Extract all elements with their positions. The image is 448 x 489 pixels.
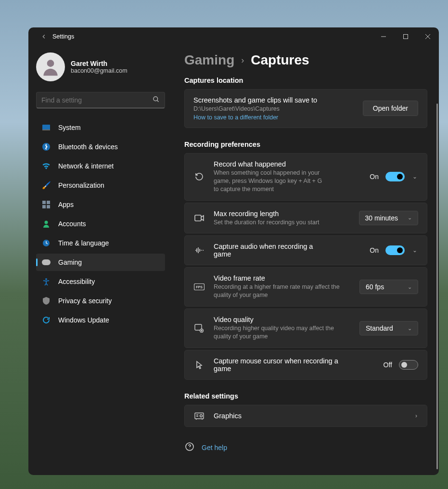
record-what-happened-card: Record what happened When something cool… xyxy=(184,153,427,201)
chevron-right-icon: › xyxy=(241,55,244,65)
titlebar: Settings xyxy=(28,27,439,46)
card-subtitle: Recording at a higher frame rate may aff… xyxy=(214,283,344,299)
svg-rect-13 xyxy=(47,205,50,208)
graphics-link-card[interactable]: Graphics › xyxy=(184,405,427,427)
search-icon xyxy=(153,96,160,105)
open-folder-button[interactable]: Open folder xyxy=(363,101,418,116)
nav-label: Bluetooth & devices xyxy=(58,143,118,151)
user-name: Garet Wirth xyxy=(71,60,128,67)
shield-icon xyxy=(42,296,51,305)
expand-chevron-icon[interactable]: ⌄ xyxy=(411,247,418,254)
svg-rect-11 xyxy=(47,201,50,204)
card-subtitle: Set the duration for recordings you star… xyxy=(214,219,350,227)
nav-label: Windows Update xyxy=(58,316,109,324)
svg-point-14 xyxy=(45,221,48,224)
window-controls xyxy=(372,29,439,44)
person-icon xyxy=(42,219,51,228)
record-happened-toggle[interactable] xyxy=(385,172,405,181)
nav-label: Time & language xyxy=(58,239,109,247)
svg-rect-10 xyxy=(42,201,46,204)
toggle-state: Off xyxy=(384,361,392,369)
video-quality-card: Video quality Recording higher quality v… xyxy=(184,309,427,348)
section-title: Recording preferences xyxy=(184,141,427,148)
related-settings-section: Related settings Graphics › xyxy=(184,392,427,427)
card-subtitle: Recording higher quality video may affec… xyxy=(214,324,339,341)
nav-time-language[interactable]: Time & language xyxy=(36,234,165,252)
card-title: Capture audio when recording a game xyxy=(214,243,315,258)
nav-label: System xyxy=(58,124,81,131)
get-help-link[interactable]: Get help xyxy=(184,439,427,456)
video-frame-rate-card: FPS Video frame rate Recording at a high… xyxy=(184,267,427,307)
captures-location-section: Captures location Screenshots and game c… xyxy=(184,77,427,128)
breadcrumb: Gaming › Captures xyxy=(184,52,427,68)
audio-wave-icon xyxy=(193,246,205,254)
accessibility-icon xyxy=(42,277,51,286)
svg-rect-8 xyxy=(42,129,50,130)
svg-point-17 xyxy=(45,278,47,280)
expand-chevron-icon[interactable]: ⌄ xyxy=(411,173,418,180)
apps-icon xyxy=(42,200,51,209)
select-value: 60 fps xyxy=(366,283,384,291)
nav-label: Gaming xyxy=(58,258,82,266)
nav-system[interactable]: System xyxy=(36,119,165,136)
scrollbar-thumb[interactable] xyxy=(436,103,438,469)
card-title: Max recording length xyxy=(214,210,350,218)
card-subtitle: When something cool happened in your gam… xyxy=(214,169,324,193)
nav-apps[interactable]: Apps xyxy=(36,196,165,213)
clock-icon xyxy=(42,239,51,247)
user-email: bacon00@gmail.com xyxy=(71,67,128,74)
capture-cursor-card: Capture mouse cursor when recording a ga… xyxy=(184,350,427,380)
close-button[interactable] xyxy=(417,29,439,44)
svg-rect-18 xyxy=(195,215,201,221)
nav-windows-update[interactable]: Windows Update xyxy=(36,311,165,329)
nav-privacy[interactable]: Privacy & security xyxy=(36,292,165,309)
search-box[interactable] xyxy=(36,92,165,108)
back-button[interactable] xyxy=(36,33,51,40)
sidebar: Garet Wirth bacon00@gmail.com System Blu… xyxy=(28,46,173,475)
bluetooth-icon xyxy=(42,142,51,151)
max-length-select[interactable]: 30 minutes ⌄ xyxy=(359,211,418,225)
fps-select[interactable]: 60 fps ⌄ xyxy=(359,280,418,294)
svg-rect-16 xyxy=(42,259,51,265)
svg-rect-12 xyxy=(42,205,46,208)
capture-audio-toggle[interactable] xyxy=(385,245,405,255)
svg-rect-1 xyxy=(404,35,408,39)
wifi-icon xyxy=(42,162,51,170)
toggle-state: On xyxy=(370,173,379,180)
svg-point-5 xyxy=(154,96,158,101)
settings-window: Settings Garet Wirth bacon00@gmail.com xyxy=(28,27,439,475)
window-title: Settings xyxy=(52,33,74,40)
location-help-link[interactable]: How to save to a different folder xyxy=(193,114,354,121)
page-title: Captures xyxy=(251,52,309,68)
history-icon xyxy=(193,172,205,181)
scrollbar[interactable] xyxy=(435,46,439,475)
captures-location-card: Screenshots and game clips will save to … xyxy=(184,89,427,128)
max-recording-length-card: Max recording length Set the duration fo… xyxy=(184,203,427,234)
quality-select[interactable]: Standard ⌄ xyxy=(359,321,418,335)
quality-icon xyxy=(193,324,205,333)
help-icon xyxy=(185,442,195,453)
nav-gaming[interactable]: Gaming xyxy=(36,254,165,271)
recording-prefs-section: Recording preferences Record what happen… xyxy=(184,141,427,380)
svg-text:FPS: FPS xyxy=(196,285,203,289)
cursor-icon xyxy=(193,360,205,369)
nav-personalization[interactable]: 🖌️ Personalization xyxy=(36,177,165,194)
update-icon xyxy=(42,316,51,324)
fps-icon: FPS xyxy=(193,283,205,290)
display-icon xyxy=(42,123,51,132)
search-input[interactable] xyxy=(41,96,153,104)
section-title: Related settings xyxy=(184,392,427,400)
user-block[interactable]: Garet Wirth bacon00@gmail.com xyxy=(36,52,165,81)
chevron-down-icon: ⌄ xyxy=(408,325,412,332)
section-title: Captures location xyxy=(184,77,427,84)
minimize-button[interactable] xyxy=(372,29,395,44)
capture-cursor-toggle[interactable] xyxy=(399,360,418,370)
nav-accounts[interactable]: Accounts xyxy=(36,215,165,232)
maximize-button[interactable] xyxy=(395,29,417,44)
breadcrumb-parent[interactable]: Gaming xyxy=(184,52,234,68)
nav-bluetooth[interactable]: Bluetooth & devices xyxy=(36,138,165,155)
nav-label: Apps xyxy=(58,201,74,208)
nav-network[interactable]: Network & internet xyxy=(36,157,165,175)
nav-accessibility[interactable]: Accessibility xyxy=(36,273,165,290)
select-value: 30 minutes xyxy=(365,214,398,222)
